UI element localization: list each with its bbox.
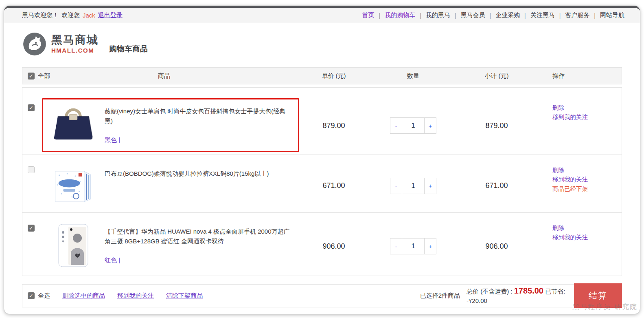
increase-qty-button[interactable]: +	[425, 238, 436, 254]
footer-bulk-action-0[interactable]: 删除选中的商品	[62, 292, 105, 299]
cart-table: 全部 商品 单价 (元) 数量 小计 (元) 操作	[22, 67, 622, 276]
nav-link-1[interactable]: 我的购物车	[385, 11, 415, 19]
footer-bulk-action-1[interactable]: 移到我的关注	[117, 292, 154, 299]
username: Jack	[83, 12, 95, 19]
brand-name: 黑马商城	[51, 35, 99, 46]
nav-link-7[interactable]: 网站导航	[600, 11, 624, 19]
subtotal-price: 671.00	[458, 181, 535, 190]
footer-bulk-action-2[interactable]: 清除下架商品	[166, 292, 203, 299]
diaper-box-image	[50, 166, 97, 204]
item-checkbox-cell	[22, 161, 42, 210]
product-title[interactable]: 【千玺代言】华为新品 HUAWEI nova 4 极点全面屏手机 2000万超广…	[105, 227, 292, 246]
brand-domain: HMALL.COM	[51, 47, 99, 53]
quantity-value[interactable]: 1	[402, 118, 425, 133]
quantity-cell: - 1 +	[368, 238, 458, 254]
watermark: 黑马程序员-研究院	[572, 302, 637, 311]
row-actions: 删除移到我的关注商品已经下架	[535, 161, 622, 210]
selected-count-text: 已选择2件商品	[420, 292, 460, 300]
topbar: 黑马欢迎您！ 欢迎您 Jack 退出登录 首页|我的购物车|我的黑马|黑马会员|…	[4, 8, 640, 23]
unit-price: 906.00	[299, 242, 368, 251]
table-header: 全部 商品 单价 (元) 数量 小计 (元) 操作	[22, 67, 622, 84]
shop-window: 黑马欢迎您！ 欢迎您 Jack 退出登录 首页|我的购物车|我的黑马|黑马会员|…	[4, 6, 640, 314]
product-text: 薇妮(viney)女士单肩包 时尚牛皮女包百搭斜挎包女士手提大包(经典黑) 黑色…	[105, 103, 292, 146]
cart-rows: 薇妮(viney)女士单肩包 时尚牛皮女包百搭斜挎包女士手提大包(经典黑) 黑色…	[22, 87, 622, 276]
product-title[interactable]: 巴布豆(BOBDOG)柔薄悦动婴儿拉拉裤XXL码80片(15kg以上)	[105, 169, 269, 179]
nav-separator: |	[559, 12, 561, 19]
increase-qty-button[interactable]: +	[425, 178, 436, 194]
logout-link[interactable]: 退出登录	[98, 11, 123, 19]
brand-row: 黑马商城 HMALL.COM 购物车商品	[22, 30, 622, 58]
hmall-horse-logo-icon	[22, 31, 47, 57]
increase-qty-button[interactable]: +	[425, 118, 436, 133]
cart-item-row: 【千玺代言】华为新品 HUAWEI nova 4 极点全面屏手机 2000万超广…	[22, 213, 622, 276]
row-action-link[interactable]: 删除	[552, 103, 622, 112]
nav-link-0[interactable]: 首页	[362, 11, 375, 19]
product-image[interactable]	[47, 166, 100, 204]
row-action-link[interactable]: 删除	[552, 166, 622, 174]
product-cell: 巴布豆(BOBDOG)柔薄悦动婴儿拉拉裤XXL码80片(15kg以上)	[42, 161, 299, 210]
quantity-value[interactable]: 1	[402, 178, 425, 194]
nav-separator: |	[594, 12, 596, 19]
page-title: 购物车商品	[109, 44, 148, 54]
footer-bar: 全选 删除选中的商品移到我的关注清除下架商品 已选择2件商品 总价 (不含运费)…	[22, 284, 622, 307]
col-product: 商品	[29, 72, 299, 80]
row-action-link[interactable]: 移到我的关注	[552, 233, 622, 242]
row-action-link[interactable]: 删除	[552, 223, 622, 232]
product-title[interactable]: 薇妮(viney)女士单肩包 时尚牛皮女包百搭斜挎包女士手提大包(经典黑)	[105, 106, 292, 126]
total-label: 总价 (不含运费) :	[467, 288, 514, 295]
quantity-cell: - 1 +	[368, 117, 458, 134]
product-variant-link[interactable]: 黑色 |	[105, 135, 120, 145]
footer-select-all-label: 全选	[38, 292, 50, 300]
product-variant-link[interactable]: 红色 |	[105, 255, 120, 265]
footer-bulk-actions: 删除选中的商品移到我的关注清除下架商品	[50, 292, 203, 300]
product-text: 巴布豆(BOBDOG)柔薄悦动婴儿拉拉裤XXL码80片(15kg以上)	[105, 166, 269, 204]
row-action-link[interactable]: 移到我的关注	[552, 113, 622, 121]
decrease-qty-button[interactable]: -	[390, 238, 402, 254]
decrease-qty-button[interactable]: -	[390, 178, 402, 194]
unit-price: 671.00	[299, 181, 368, 190]
quantity-value[interactable]: 1	[402, 238, 425, 254]
col-subtotal: 小计 (元)	[458, 72, 535, 80]
handbag-image	[49, 103, 97, 142]
total-value: 1785.00	[514, 286, 543, 295]
quantity-stepper: - 1 +	[390, 178, 436, 194]
offshelf-notice: 商品已经下架	[552, 184, 622, 193]
product-cell: 薇妮(viney)女士单肩包 时尚牛皮女包百搭斜挎包女士手提大包(经典黑) 黑色…	[42, 99, 299, 152]
product-image[interactable]	[47, 103, 100, 146]
row-actions: 删除移到我的关注	[535, 219, 622, 273]
item-checkbox-cell	[22, 219, 42, 273]
item-checkbox[interactable]	[28, 225, 35, 232]
quantity-cell: - 1 +	[368, 178, 458, 194]
nav-separator: |	[489, 12, 491, 19]
item-checkbox[interactable]	[28, 166, 35, 173]
row-actions: 删除移到我的关注	[535, 99, 622, 152]
col-qty: 数量	[368, 72, 458, 80]
item-checkbox[interactable]	[28, 104, 35, 111]
nav-separator: |	[420, 12, 421, 19]
footer-select-all-checkbox[interactable]	[28, 292, 35, 299]
decrease-qty-button[interactable]: -	[390, 118, 402, 133]
welcome-area: 黑马欢迎您！ 欢迎您 Jack 退出登录	[22, 11, 123, 19]
nav-link-5[interactable]: 关注黑马	[530, 11, 555, 19]
cart-item-row: 薇妮(viney)女士单肩包 时尚牛皮女包百搭斜挎包女士手提大包(经典黑) 黑色…	[22, 88, 622, 155]
unit-price: 879.00	[299, 121, 368, 130]
cart-item-row: 巴布豆(BOBDOG)柔薄悦动婴儿拉拉裤XXL码80片(15kg以上) 671.…	[22, 155, 622, 213]
nav-separator: |	[379, 12, 381, 19]
nav-separator: |	[524, 12, 526, 19]
nav-link-4[interactable]: 企业采购	[495, 11, 520, 19]
nav-separator: |	[455, 12, 456, 19]
col-price: 单价 (元)	[299, 72, 368, 80]
nav-link-3[interactable]: 黑马会员	[460, 11, 485, 19]
welcome-text: 欢迎您	[61, 11, 80, 19]
header-select-all: 全部 商品	[22, 72, 299, 80]
welcome-prefix: 黑马欢迎您！	[22, 11, 59, 19]
phone-image	[58, 223, 89, 267]
product-image[interactable]	[47, 223, 100, 267]
nav-link-2[interactable]: 我的黑马	[426, 11, 450, 19]
item-checkbox-cell	[22, 99, 42, 152]
row-action-link[interactable]: 移到我的关注	[552, 175, 622, 184]
subtotal-price: 906.00	[458, 242, 535, 251]
brand-text: 黑马商城 HMALL.COM	[51, 35, 99, 53]
product-text: 【千玺代言】华为新品 HUAWEI nova 4 极点全面屏手机 2000万超广…	[105, 223, 292, 267]
nav-link-6[interactable]: 客户服务	[565, 11, 589, 19]
